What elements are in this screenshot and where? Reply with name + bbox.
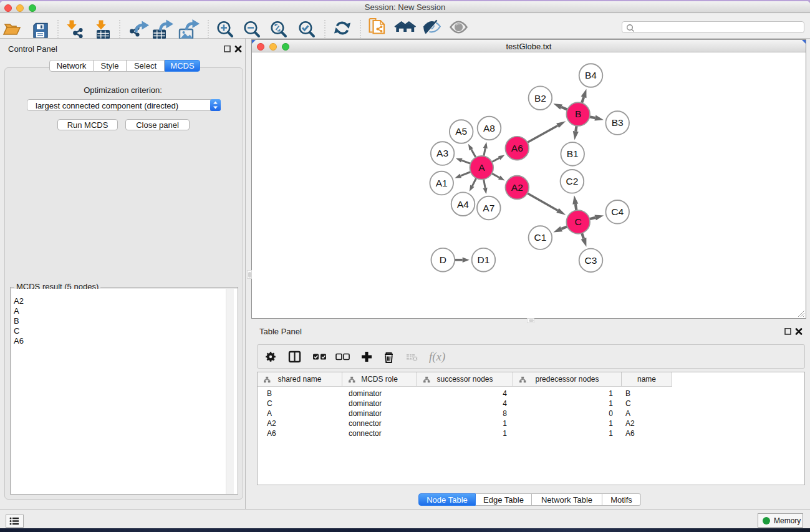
svg-text:A6: A6 [511, 143, 523, 153]
svg-text:f(x): f(x) [429, 350, 445, 364]
svg-text:C4: C4 [611, 206, 624, 217]
svg-text:B: B [575, 109, 581, 119]
svg-text:D1: D1 [477, 254, 489, 265]
svg-text:A3: A3 [436, 148, 448, 158]
svg-text:A: A [478, 162, 485, 173]
svg-text:D: D [440, 254, 446, 265]
svg-text:C1: C1 [534, 232, 546, 243]
svg-text:A4: A4 [457, 199, 469, 210]
svg-text:B4: B4 [585, 70, 597, 80]
svg-text:A2: A2 [511, 182, 523, 193]
svg-text:A8: A8 [483, 123, 495, 133]
svg-text:A7: A7 [483, 203, 494, 213]
svg-text:B3: B3 [612, 117, 624, 128]
svg-text:C2: C2 [566, 176, 578, 186]
svg-text:C3: C3 [585, 255, 597, 266]
svg-text:C: C [575, 216, 582, 227]
svg-text:B2: B2 [534, 93, 546, 104]
svg-text:B1: B1 [567, 148, 579, 159]
svg-text:A1: A1 [436, 178, 448, 188]
svg-text:A5: A5 [455, 126, 467, 137]
